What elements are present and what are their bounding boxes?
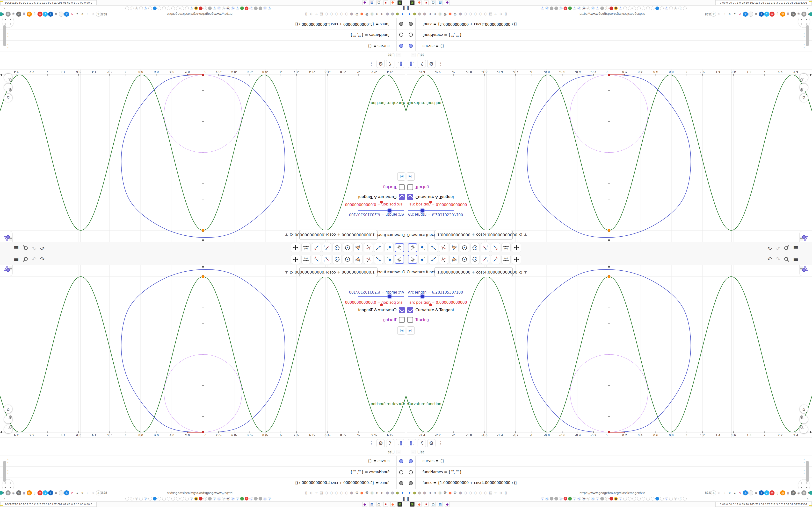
tab-favicon[interactable]	[148, 6, 152, 10]
function-fx-button[interactable]: fx	[418, 60, 426, 68]
pinned-app-icon[interactable]: ●	[390, 0, 395, 5]
tab-favicon[interactable]: G	[591, 497, 595, 501]
chevron-up-icon[interactable]: ∧	[3, 6, 6, 10]
visibility-marble-gray[interactable]	[399, 481, 403, 485]
tool-line[interactable]	[429, 243, 438, 252]
home-view-button[interactable]: ⌂	[4, 94, 12, 102]
tool-perpendicular-line[interactable]	[364, 255, 373, 264]
tool-move-graphics-view[interactable]	[291, 255, 300, 264]
arc-start-point[interactable]	[202, 276, 204, 278]
tab-favicon[interactable]: G	[577, 497, 581, 501]
tracing-checkbox[interactable]	[407, 184, 413, 190]
row-kebab-icon[interactable]: ⋮	[6, 458, 10, 463]
list-row-funcs[interactable]: funcs = {1.00000000000 + cos(4.000000000…	[0, 478, 406, 489]
tool-slider[interactable]: a=2	[301, 255, 311, 264]
browser-left-icon[interactable]: ▯	[503, 12, 508, 16]
browser-left-icon[interactable]: ∩	[374, 491, 379, 495]
tab-favicon[interactable]	[655, 497, 659, 501]
browser-left-icon[interactable]: ←	[493, 12, 498, 16]
tab-favicon[interactable]	[208, 497, 212, 501]
extension-icon[interactable]: ↧	[43, 490, 48, 495]
menu-icon[interactable]: ≡	[13, 244, 19, 251]
extension-icon[interactable]: ⚙	[754, 490, 759, 495]
browser-left-icon[interactable]: ▾	[400, 491, 405, 495]
browser-left-icon[interactable]: ⚒	[443, 12, 448, 16]
tab-favicon[interactable]	[158, 497, 161, 501]
extension-icon[interactable]: ✎	[69, 490, 74, 495]
extension-icon[interactable]: ICE	[38, 12, 43, 17]
browser-left-icon[interactable]: ◍	[385, 491, 390, 495]
browser-left-icon[interactable]: ∩	[374, 12, 379, 16]
extension-icon[interactable]: +	[759, 12, 764, 17]
tab-favicon[interactable]	[259, 497, 262, 501]
tab-favicon[interactable]: G	[619, 6, 622, 10]
browser-left-icon[interactable]: ▯	[304, 491, 309, 495]
tab-favicon[interactable]	[259, 6, 262, 10]
browser-left-icon[interactable]: ∩	[427, 12, 433, 16]
extension-icon[interactable]: ↓	[732, 490, 737, 495]
extension-icon[interactable]: →	[85, 490, 90, 495]
arc-length-slider-handle[interactable]	[419, 294, 425, 299]
extension-icon[interactable]: ICE	[769, 12, 774, 17]
tab-favicon[interactable]	[167, 6, 170, 10]
zoom-out-button[interactable]	[800, 74, 808, 82]
tab-favicon[interactable]	[550, 497, 553, 501]
tab-favicon[interactable]	[554, 6, 558, 10]
browser-left-icon[interactable]: ∩	[379, 12, 385, 16]
browser-left-icon[interactable]: ⚒	[364, 12, 369, 16]
tool-polygon[interactable]	[450, 255, 459, 264]
visibility-marble-blue[interactable]	[399, 459, 403, 463]
address-bar-url[interactable]: https://www.geogebra.org/classic/aagcxh3…	[167, 12, 233, 16]
extension-icon[interactable]: ☆	[716, 490, 721, 495]
tab-favicon[interactable]: G	[545, 6, 549, 10]
browser-left-icon[interactable]: ◍	[390, 491, 395, 495]
visibility-marble-gray[interactable]	[409, 22, 413, 26]
pinned-app-icon[interactable]: ✸	[383, 0, 388, 5]
extension-icon[interactable]: ☆	[91, 12, 96, 17]
tool-move[interactable]	[395, 255, 404, 264]
tab-favicon[interactable]	[550, 6, 553, 10]
extension-icon[interactable]: ▯	[32, 12, 37, 17]
browser-left-icon[interactable]: ▤	[319, 491, 324, 495]
pinned-app-icon[interactable]: ▢	[431, 502, 436, 507]
tool-perpendicular-line[interactable]	[439, 255, 448, 264]
tab-favicon[interactable]: i	[605, 6, 609, 10]
menu-icon[interactable]: ≡	[793, 244, 799, 251]
pinned-app-icon[interactable]: ●	[362, 502, 367, 507]
browser-left-icon[interactable]: ◇	[309, 12, 314, 16]
tab-favicon[interactable]: G	[591, 6, 595, 10]
arc-length-slider-handle[interactable]	[419, 208, 425, 213]
visibility-marble-gray[interactable]	[399, 22, 403, 26]
browser-left-icon[interactable]: ○	[483, 491, 488, 495]
tab-favicon[interactable]	[139, 497, 143, 501]
tree-view-button[interactable]	[408, 439, 416, 447]
tab-favicon[interactable]	[632, 6, 636, 10]
browser-left-icon[interactable]: ○	[344, 12, 349, 16]
tab-favicon[interactable]: i	[203, 6, 207, 10]
browser-left-icon[interactable]: ⚙	[453, 12, 458, 16]
tool-reflect-about-line[interactable]	[491, 255, 500, 264]
pause-icon[interactable]: ||	[403, 497, 405, 501]
pinned-app-icon[interactable]: ▤	[438, 502, 443, 507]
extension-icon[interactable]: ICE	[38, 490, 43, 495]
tool-move-graphics-view[interactable]	[512, 243, 521, 252]
browser-left-icon[interactable]: ●	[395, 12, 400, 16]
tool-circle-center-point[interactable]	[343, 255, 352, 264]
tab-favicon[interactable]	[683, 6, 687, 10]
row-kebab-icon[interactable]: ⋮	[6, 44, 10, 49]
arc-length-slider[interactable]	[358, 210, 404, 211]
visibility-marble-gray[interactable]	[409, 481, 413, 485]
extension-icon[interactable]: A	[64, 490, 69, 495]
extension-icon[interactable]: ◍	[780, 12, 785, 17]
browser-left-icon[interactable]: ◇	[309, 491, 314, 495]
pinned-app-icon[interactable]: ▤	[369, 502, 374, 507]
undo-icon[interactable]: ↶	[40, 244, 45, 251]
tool-conic-through-points[interactable]	[333, 255, 342, 264]
tool-move-graphics-view[interactable]	[291, 243, 300, 252]
arc-start-point[interactable]	[202, 229, 204, 232]
tab-favicon[interactable]: i	[203, 497, 207, 501]
tracing-checkbox[interactable]	[399, 184, 405, 190]
tab-favicon[interactable]: G	[573, 6, 576, 10]
tab-favicon[interactable]: ✓	[568, 6, 572, 10]
pinned-app-icon[interactable]: ●	[417, 502, 422, 507]
